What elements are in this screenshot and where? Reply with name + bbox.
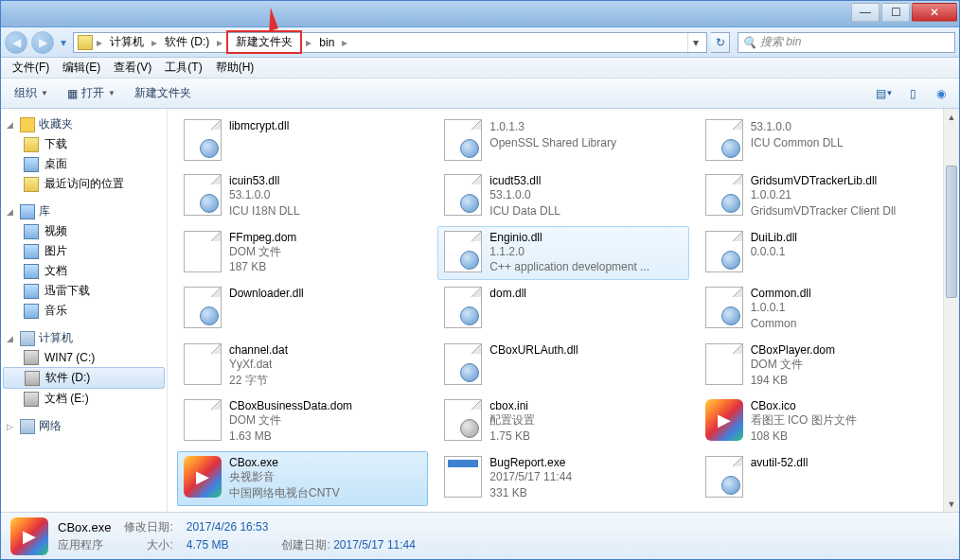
file-item[interactable]: cbox.ini配置设置1.75 KB bbox=[437, 394, 688, 449]
picture-icon bbox=[24, 244, 39, 259]
sidebar-item-videos[interactable]: 视频 bbox=[1, 221, 167, 241]
thunder-icon bbox=[24, 284, 39, 299]
status-size-value: 4.75 MB bbox=[187, 538, 269, 551]
dll-icon bbox=[444, 343, 482, 385]
address-bar[interactable]: ▸ 计算机 ▸ 软件 (D:) ▸ 新建文件夹 ▸ bin ▸ ▾ bbox=[73, 32, 707, 53]
breadcrumb-segment[interactable]: bin bbox=[315, 34, 338, 51]
maximize-button[interactable]: ☐ bbox=[881, 3, 910, 22]
breadcrumb-segment-highlighted[interactable]: 新建文件夹 bbox=[226, 30, 302, 54]
sidebar-item-drive-e[interactable]: 文档 (E:) bbox=[1, 389, 167, 409]
file-item[interactable]: Common.dll1.0.0.1Common bbox=[699, 282, 950, 337]
sidebar-item-label: 视频 bbox=[44, 223, 67, 239]
file-item[interactable]: channel.datYyXf.dat22 字节 bbox=[177, 339, 428, 394]
back-button[interactable]: ◀ bbox=[5, 31, 27, 54]
file-item[interactable]: CBoxBusinessData.domDOM 文件1.63 MB bbox=[177, 394, 428, 449]
file-item[interactable]: Enginio.dll1.1.2.0C++ application develo… bbox=[437, 226, 688, 281]
sidebar-item-label: WIN7 (C:) bbox=[44, 351, 95, 364]
file-meta: 1.75 KB bbox=[489, 429, 682, 445]
file-item[interactable]: CBox.exe央视影音中国网络电视台CNTV bbox=[177, 451, 428, 506]
scroll-down-button[interactable]: ▼ bbox=[944, 496, 959, 512]
menu-edit[interactable]: 编辑(E) bbox=[57, 58, 106, 78]
file-item[interactable]: Downloader.dll bbox=[177, 282, 428, 337]
sidebar-label: 网络 bbox=[39, 418, 62, 434]
menu-view[interactable]: 查看(V) bbox=[108, 58, 157, 78]
dll-icon bbox=[705, 456, 743, 498]
sidebar-item-downloads[interactable]: 下载 bbox=[1, 134, 167, 154]
file-name: icudt53.dll bbox=[489, 174, 682, 187]
sidebar-item-label: 迅雷下载 bbox=[44, 283, 90, 299]
chevron-right-icon[interactable]: ▸ bbox=[304, 36, 313, 49]
vertical-scrollbar[interactable]: ▲ ▼ bbox=[943, 109, 959, 512]
open-label: 打开 bbox=[81, 85, 104, 101]
file-meta: 187 KB bbox=[229, 259, 421, 275]
file-item[interactable]: CBoxURLAuth.dll bbox=[437, 339, 688, 394]
scroll-thumb[interactable] bbox=[946, 166, 957, 298]
file-item[interactable]: libmcrypt.dll bbox=[177, 114, 428, 167]
address-dropdown[interactable]: ▾ bbox=[687, 33, 702, 52]
file-item[interactable]: 1.0.1.3OpenSSL Shared Library bbox=[437, 114, 688, 167]
dll-icon bbox=[705, 119, 743, 161]
doc-icon bbox=[705, 343, 743, 385]
status-mod-label: 修改日期: bbox=[124, 519, 172, 535]
caret-down-icon: ▼ bbox=[108, 89, 116, 97]
file-meta: 1.63 MB bbox=[229, 429, 421, 445]
file-item[interactable]: CBoxPlayer.domDOM 文件194 KB bbox=[699, 339, 950, 394]
file-item[interactable]: dom.dll bbox=[437, 282, 688, 337]
file-item[interactable]: FFmpeg.domDOM 文件187 KB bbox=[177, 226, 428, 281]
breadcrumb-segment[interactable]: 计算机 bbox=[106, 32, 148, 52]
chevron-right-icon[interactable]: ▸ bbox=[95, 36, 104, 49]
sidebar-item-pictures[interactable]: 图片 bbox=[1, 241, 167, 261]
chevron-right-icon[interactable]: ▸ bbox=[340, 36, 349, 49]
file-item[interactable]: BugReport.exe2017/5/17 11:44331 KB bbox=[437, 451, 688, 506]
minimize-button[interactable]: — bbox=[851, 3, 880, 22]
close-button[interactable]: ✕ bbox=[912, 3, 957, 22]
sidebar-favorites-header[interactable]: ◢收藏夹 bbox=[1, 114, 167, 134]
file-list[interactable]: libmcrypt.dll1.0.1.3OpenSSL Shared Libra… bbox=[168, 109, 959, 512]
sidebar-libraries-header[interactable]: ◢库 bbox=[1, 201, 167, 221]
view-options-button[interactable]: ▤▼ bbox=[874, 83, 895, 104]
sidebar-item-desktop[interactable]: 桌面 bbox=[1, 154, 167, 174]
nav-history-dropdown[interactable]: ▾ bbox=[58, 31, 69, 54]
forward-button[interactable]: ▶ bbox=[31, 31, 54, 54]
file-item[interactable]: GridsumVDTrackerLib.dll1.0.0.21GridsumVD… bbox=[699, 169, 950, 224]
new-folder-button[interactable]: 新建文件夹 bbox=[129, 82, 197, 104]
sidebar-item-documents[interactable]: 文档 bbox=[1, 261, 167, 281]
scroll-up-button[interactable]: ▲ bbox=[944, 109, 959, 125]
file-item[interactable]: DuiLib.dll0.0.0.1 bbox=[699, 226, 950, 281]
refresh-button[interactable]: ↻ bbox=[711, 32, 730, 53]
menu-help[interactable]: 帮助(H) bbox=[210, 58, 260, 78]
sidebar-item-label: 软件 (D:) bbox=[45, 370, 90, 386]
file-item[interactable]: avutil-52.dll bbox=[699, 451, 950, 506]
file-name: DuiLib.dll bbox=[751, 231, 943, 244]
sidebar-network-header[interactable]: ▷网络 bbox=[1, 416, 167, 436]
menu-tools[interactable]: 工具(T) bbox=[159, 58, 207, 78]
file-item[interactable]: CBox.ico看图王 ICO 图片文件108 KB bbox=[699, 394, 950, 449]
file-name: CBoxBusinessData.dom bbox=[229, 399, 421, 412]
chevron-right-icon[interactable]: ▸ bbox=[215, 36, 224, 49]
navbar: ◀ ▶ ▾ ▸ 计算机 ▸ 软件 (D:) ▸ 新建文件夹 ▸ bin ▸ ▾ … bbox=[1, 27, 959, 58]
help-button[interactable]: ◉ bbox=[931, 83, 951, 104]
open-button[interactable]: ▦ 打开 ▼ bbox=[62, 82, 121, 104]
menu-file[interactable]: 文件(F) bbox=[7, 58, 55, 78]
sidebar-item-music[interactable]: 音乐 bbox=[1, 301, 167, 321]
file-meta: ICU I18N DLL bbox=[229, 203, 421, 219]
preview-pane-button[interactable]: ▯ bbox=[902, 83, 923, 104]
dll-icon bbox=[705, 174, 743, 216]
sidebar-computer-header[interactable]: ◢计算机 bbox=[1, 328, 167, 348]
file-meta: 1.0.1.3 bbox=[489, 119, 682, 135]
file-item[interactable]: icuin53.dll53.1.0.0ICU I18N DLL bbox=[177, 169, 428, 224]
chevron-right-icon[interactable]: ▸ bbox=[150, 36, 159, 49]
search-input[interactable]: 🔍 搜索 bin bbox=[738, 32, 955, 53]
file-item[interactable]: icudt53.dll53.1.0.0ICU Data DLL bbox=[437, 169, 688, 224]
status-size-label: 大小: bbox=[124, 537, 172, 553]
folder-icon bbox=[78, 35, 93, 50]
sidebar-item-drive-c[interactable]: WIN7 (C:) bbox=[1, 348, 167, 367]
sidebar-item-recent[interactable]: 最近访问的位置 bbox=[1, 174, 167, 194]
sidebar-item-thunder[interactable]: 迅雷下载 bbox=[1, 281, 167, 301]
file-item[interactable]: 53.1.0.0ICU Common DLL bbox=[699, 114, 950, 167]
file-name: dom.dll bbox=[489, 287, 682, 300]
sidebar-item-label: 桌面 bbox=[44, 156, 67, 172]
sidebar-item-drive-d[interactable]: 软件 (D:) bbox=[3, 367, 165, 389]
breadcrumb-segment[interactable]: 软件 (D:) bbox=[161, 32, 213, 52]
organize-button[interactable]: 组织 ▼ bbox=[9, 82, 54, 104]
